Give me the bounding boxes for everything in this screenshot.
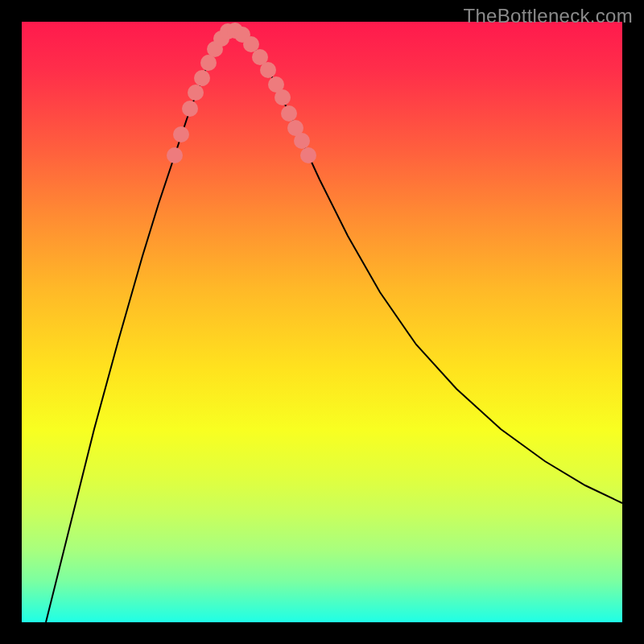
curve-marker <box>182 101 198 117</box>
outer-frame: TheBottleneck.com <box>0 0 644 644</box>
curve-marker <box>188 85 204 101</box>
curve-marker <box>281 105 297 122</box>
curve-marker <box>167 147 183 163</box>
curve-marker <box>275 89 291 105</box>
plot-area <box>22 22 622 622</box>
chart-svg <box>22 22 622 622</box>
bottleneck-curve <box>46 30 622 622</box>
curve-marker <box>300 147 316 163</box>
curve-marker <box>260 62 276 78</box>
curve-marker <box>200 55 217 71</box>
curve-marker <box>194 70 210 86</box>
curve-marker <box>173 126 189 142</box>
marker-group <box>167 23 316 163</box>
curve-marker <box>294 133 310 149</box>
watermark-text: TheBottleneck.com <box>463 5 633 27</box>
